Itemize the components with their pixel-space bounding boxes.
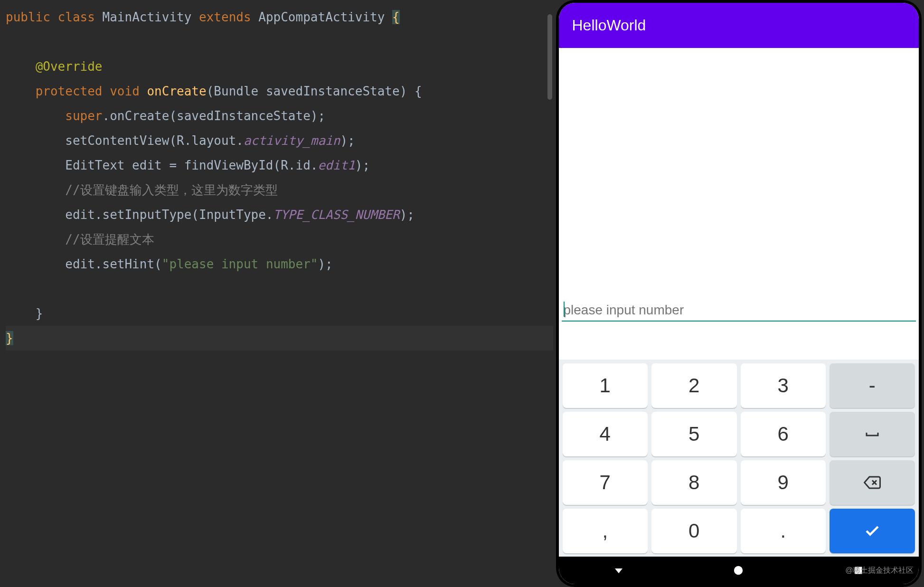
text: ); (318, 257, 332, 271)
resource-id: activity_main (244, 133, 340, 148)
key-4[interactable]: 4 (563, 412, 648, 456)
code-line[interactable] (6, 29, 553, 54)
app-content (559, 48, 919, 360)
backspace-icon (864, 474, 881, 491)
brace-close: } (6, 331, 13, 345)
code-line[interactable]: protected void onCreate(Bundle savedInst… (6, 79, 553, 104)
code-line[interactable]: public class MainActivity extends AppCom… (6, 5, 553, 29)
key-1[interactable]: 1 (563, 363, 648, 408)
code-line[interactable]: edit.setInputType(InputType.TYPE_CLASS_N… (6, 202, 553, 227)
comment: //设置键盘输入类型，这里为数字类型 (65, 183, 277, 197)
code-line[interactable]: super.onCreate(savedInstanceState); (6, 104, 553, 128)
key-backspace[interactable] (830, 460, 915, 505)
scrollbar-thumb[interactable] (547, 14, 552, 100)
text: ); (355, 158, 370, 172)
keyword-public: public (6, 10, 50, 24)
text: .onCreate(savedInstanceState); (103, 109, 326, 123)
code-line[interactable]: setContentView(R.layout.activity_main); (6, 128, 553, 153)
text: EditText edit = findViewById(R.id. (65, 158, 318, 172)
code-editor-pane[interactable]: public class MainActivity extends AppCom… (0, 0, 553, 587)
key-2[interactable]: 2 (651, 363, 737, 408)
code-line-active[interactable]: } (6, 326, 553, 350)
nav-back-button[interactable] (612, 563, 626, 578)
code-line[interactable]: EditText edit = findViewById(R.id.edit1)… (6, 153, 553, 178)
code-line[interactable]: //设置键盘输入类型，这里为数字类型 (6, 178, 553, 202)
keyboard-row: 4 5 6 (563, 412, 915, 456)
brace-open: { (392, 10, 400, 24)
method-name: onCreate (147, 84, 206, 98)
circle-icon (733, 565, 744, 576)
phone-frame: HelloWorld 1 2 3 - 4 5 (556, 0, 922, 587)
text: ); (400, 208, 415, 222)
key-enter[interactable] (830, 509, 915, 553)
key-minus[interactable]: - (830, 363, 915, 408)
method-params: (Bundle savedInstanceState) { (207, 84, 422, 98)
phone-screen: HelloWorld 1 2 3 - 4 5 (559, 3, 919, 584)
edit-text-input[interactable] (562, 300, 916, 322)
keyword-protected: protected (36, 84, 103, 98)
text: edit.setHint( (65, 257, 162, 271)
code-line[interactable]: } (6, 301, 553, 326)
resource-id: edit1 (318, 158, 355, 172)
text: ); (340, 133, 355, 148)
code-line[interactable] (6, 276, 553, 301)
app-bar: HelloWorld (559, 3, 919, 48)
key-0[interactable]: 0 (651, 509, 737, 553)
keyboard-row: 1 2 3 - (563, 363, 915, 408)
key-6[interactable]: 6 (741, 412, 826, 456)
key-comma[interactable]: , (563, 509, 648, 553)
string-literal: "please input number" (162, 257, 318, 271)
navigation-bar: @稀土掘金技术社区 (559, 557, 919, 584)
triangle-down-icon (613, 565, 624, 576)
keyboard-row: 7 8 9 (563, 460, 915, 505)
space-icon (864, 426, 881, 443)
check-icon (864, 522, 881, 540)
app-title: HelloWorld (572, 17, 646, 34)
keyword-extends: extends (199, 10, 251, 24)
code-line[interactable]: @Override (6, 54, 553, 79)
key-9[interactable]: 9 (741, 460, 826, 505)
text: edit.setInputType(InputType. (65, 208, 273, 222)
svg-point-2 (734, 566, 743, 575)
key-5[interactable]: 5 (651, 412, 737, 456)
watermark-text: @稀土掘金技术社区 (845, 566, 914, 576)
edit-text-container (562, 300, 916, 322)
key-7[interactable]: 7 (563, 460, 648, 505)
code-line[interactable]: edit.setHint("please input number"); (6, 252, 553, 276)
keyword-void: void (110, 84, 140, 98)
brace-close: } (36, 306, 43, 321)
numeric-keyboard: 1 2 3 - 4 5 6 7 8 9 (559, 360, 919, 557)
key-8[interactable]: 8 (651, 460, 737, 505)
emulator-pane: HelloWorld 1 2 3 - 4 5 (553, 0, 924, 587)
editor-scrollbar[interactable] (546, 0, 553, 587)
class-name: MainActivity (103, 10, 192, 24)
key-period[interactable]: . (741, 509, 826, 553)
code-line[interactable]: //设置提醒文本 (6, 227, 553, 252)
key-space[interactable] (830, 412, 915, 456)
text-cursor (564, 302, 565, 317)
constant: TYPE_CLASS_NUMBER (273, 208, 400, 222)
comment: //设置提醒文本 (65, 232, 154, 246)
nav-home-button[interactable] (731, 563, 745, 578)
annotation-override: @Override (36, 59, 103, 74)
parent-class: AppCompatActivity (258, 10, 385, 24)
key-3[interactable]: 3 (741, 363, 826, 408)
keyword-super: super (65, 109, 102, 123)
keyboard-row: , 0 . (563, 509, 915, 553)
keyword-class: class (58, 10, 95, 24)
text: setContentView(R.layout. (65, 133, 244, 148)
